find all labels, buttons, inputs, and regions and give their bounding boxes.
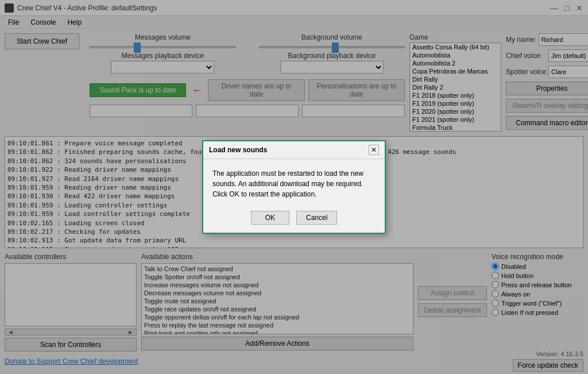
modal-close-button[interactable]: ✕ bbox=[369, 145, 379, 155]
modal-title: Load new sounds bbox=[209, 146, 267, 154]
modal-body: The application must be restarted to loa… bbox=[203, 159, 385, 206]
modal-dialog: Load new sounds ✕ The application must b… bbox=[202, 140, 386, 234]
modal-buttons: OK Cancel bbox=[203, 206, 385, 233]
modal-body-text: The application must be restarted to loa… bbox=[212, 169, 363, 198]
modal-overlay: Load new sounds ✕ The application must b… bbox=[0, 0, 588, 374]
modal-titlebar: Load new sounds ✕ bbox=[203, 141, 385, 159]
modal-cancel-button[interactable]: Cancel bbox=[296, 211, 337, 225]
modal-ok-button[interactable]: OK bbox=[251, 211, 289, 225]
